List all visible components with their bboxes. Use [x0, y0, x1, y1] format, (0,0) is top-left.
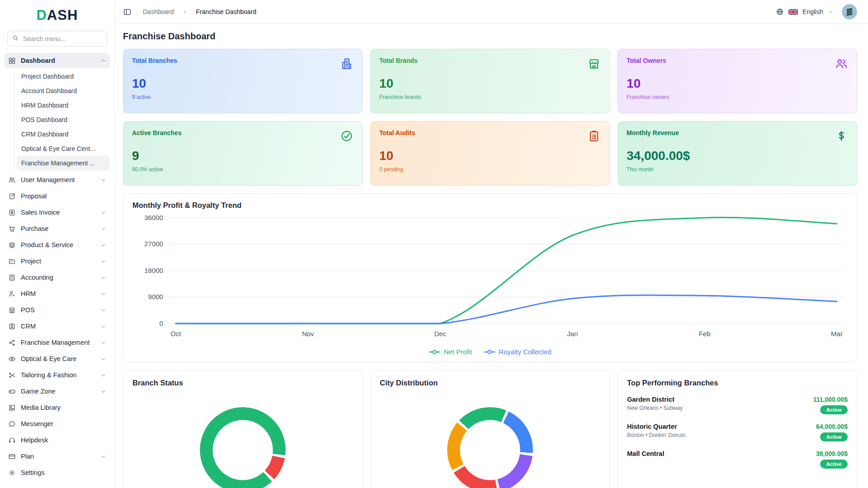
status-badge: Active: [820, 460, 848, 469]
branch-row-garden-district: Garden DistrictNew Orleans • Subway111,0…: [627, 396, 848, 414]
sidebar-item-label: CRM: [21, 323, 95, 330]
sidebar-item-project[interactable]: Project: [5, 253, 110, 269]
sidebar-item-sales-invoice[interactable]: Sales Invoice: [5, 205, 110, 220]
svg-text:Feb: Feb: [699, 330, 711, 338]
svg-text:27000: 27000: [144, 240, 163, 248]
sidebar: DASH DashboardProject DashboardAccount D…: [0, 0, 115, 488]
sidebar-item-accounting[interactable]: Accounting: [5, 270, 110, 285]
sidebar-item-label: Optical & Eye Care: [21, 355, 95, 362]
branch-row-historic-quarter: Historic QuarterBoston • Dunkin' Donuts6…: [627, 423, 848, 441]
user-avatar[interactable]: [842, 4, 857, 19]
stat-card-total-branches: Total Branches109 active: [123, 49, 363, 113]
sidebar-item-messenger[interactable]: Messenger: [5, 416, 110, 432]
sidebar-subitem-optical-eye-care-cent[interactable]: Optical & Eye Care Cent...: [17, 141, 110, 156]
search-input[interactable]: [7, 31, 107, 47]
svg-text:36000: 36000: [144, 214, 163, 221]
legend-item-royalty-collected[interactable]: Royalty Collected: [484, 348, 552, 356]
stat-label: Total Brands: [379, 57, 418, 64]
stat-card-total-audits: Total Audits100 pending: [370, 121, 610, 186]
sidebar-subitem-hrm-dashboard[interactable]: HRM Dashboard: [17, 98, 110, 113]
sidebar-item-plan[interactable]: Plan: [5, 449, 110, 464]
sidebar-subitem-franchise-management[interactable]: Franchise Management ...: [17, 156, 110, 170]
sidebar-subitem-crm-dashboard[interactable]: CRM Dashboard: [17, 127, 110, 141]
sidebar-item-purchase[interactable]: Purchase: [5, 221, 110, 236]
sidebar-item-label: Accounting: [21, 274, 95, 281]
branch-amount: 64,000.00$: [816, 423, 848, 430]
branch-info: Mall Central: [627, 450, 664, 459]
city-distribution-donut-chart: [447, 407, 533, 488]
stat-sub: 0 pending: [379, 166, 601, 173]
sidebar-subitem-account-dashboard[interactable]: Account Dashboard: [17, 84, 110, 98]
layers-icon: [8, 241, 16, 249]
sidebar-item-label: Plan: [21, 453, 95, 460]
sidebar-item-franchise-management[interactable]: Franchise Management: [5, 335, 110, 350]
stat-label: Total Audits: [379, 129, 415, 136]
sidebar-subitem-pos-dashboard[interactable]: POS Dashboard: [17, 113, 110, 127]
sidebar-toggle-icon[interactable]: [123, 8, 132, 16]
sidebar-item-user-management[interactable]: User Management: [5, 172, 110, 188]
sidebar-item-label: HRM: [21, 290, 95, 297]
stats-grid: Total Branches109 activeTotal Brands10Fr…: [123, 49, 857, 186]
dollar-icon: [835, 129, 848, 143]
stat-value: 10: [379, 149, 601, 163]
legend-marker-icon: [484, 349, 495, 355]
branch-metrics: 111,000.00$Active: [813, 396, 848, 414]
sidebar-item-label: Product & Service: [21, 241, 95, 249]
sidebar-item-tailoring-fashion[interactable]: Tailoring & Fashion: [5, 367, 110, 383]
sidebar-item-crm[interactable]: CRM: [5, 319, 110, 334]
legend-marker-icon: [429, 349, 440, 355]
branch-location: Boston • Dunkin' Donuts: [627, 432, 685, 438]
language-label[interactable]: English: [802, 8, 823, 15]
city-distribution-card: City Distribution: [370, 370, 610, 488]
branch-list: Garden DistrictNew Orleans • Subway111,0…: [627, 396, 848, 469]
sidebar-item-media-library[interactable]: Media Library: [5, 400, 110, 415]
svg-text:Oct: Oct: [170, 330, 181, 338]
logo-rest: ASH: [47, 7, 78, 23]
stat-card-total-brands: Total Brands10Franchise brands: [370, 49, 610, 113]
search-icon: [12, 34, 19, 43]
sidebar-item-helpdesk[interactable]: Helpdesk: [5, 432, 110, 448]
share-network-icon: [8, 339, 16, 347]
chevron-down-icon: [100, 340, 106, 346]
logo-letter-d: D: [37, 7, 47, 23]
stat-card-monthly-revenue: Monthly Revenue34,000.00$This month: [618, 121, 857, 186]
sidebar-submenu: Project DashboardAccount DashboardHRM Da…: [14, 69, 110, 170]
check-circle-icon: [340, 129, 354, 143]
branch-location: New Orleans • Subway: [627, 405, 683, 411]
sidebar-item-label: Sales Invoice: [21, 209, 95, 216]
branch-amount: 38,000.00$: [816, 450, 848, 457]
chart-title: Monthly Profit & Royalty Trend: [132, 201, 848, 210]
sidebar-item-label: Tailoring & Fashion: [21, 371, 95, 379]
credit-card-icon: [8, 453, 16, 460]
svg-text:Nov: Nov: [302, 330, 314, 338]
sidebar-item-dashboard[interactable]: Dashboard: [5, 53, 110, 68]
breadcrumb-separator-icon: ›: [184, 8, 186, 15]
chevron-down-icon: [100, 389, 106, 394]
sidebar-item-label: Messenger: [21, 420, 106, 427]
chevron-down-icon[interactable]: [828, 9, 834, 15]
sidebar-item-label: Settings: [21, 469, 106, 476]
sidebar-item-label: Franchise Management: [21, 339, 95, 346]
sidebar-item-game-zone[interactable]: Game Zone: [5, 384, 110, 399]
grid-icon: [8, 57, 16, 65]
sidebar-item-proposal[interactable]: Proposal: [5, 188, 110, 204]
globe-icon[interactable]: [776, 8, 784, 16]
chevron-down-icon: [100, 242, 106, 248]
gamepad-icon: [8, 388, 16, 395]
breadcrumb-root[interactable]: Dashboard: [143, 8, 174, 15]
sidebar-item-optical-eye-care[interactable]: Optical & Eye Care: [5, 351, 110, 366]
branch-name: Mall Central: [627, 450, 664, 457]
sidebar-item-settings[interactable]: Settings: [5, 465, 110, 480]
sidebar-item-hrm[interactable]: HRM: [5, 286, 110, 301]
main-area: Dashboard › Franchise Dashboard English …: [115, 0, 868, 488]
topbar-left: Dashboard › Franchise Dashboard: [123, 7, 256, 17]
sidebar-item-product-service[interactable]: Product & Service: [5, 237, 110, 253]
clipboard-icon: [587, 129, 601, 143]
sidebar-subitem-project-dashboard[interactable]: Project Dashboard: [17, 69, 110, 84]
image-icon: [8, 404, 16, 412]
svg-text:0: 0: [160, 319, 163, 327]
stat-sub: Franchise brands: [379, 94, 601, 100]
sidebar-item-pos[interactable]: POS: [5, 302, 110, 318]
legend-item-net-profit[interactable]: Net Profit: [429, 348, 472, 356]
app-root: DASH DashboardProject DashboardAccount D…: [0, 0, 868, 488]
